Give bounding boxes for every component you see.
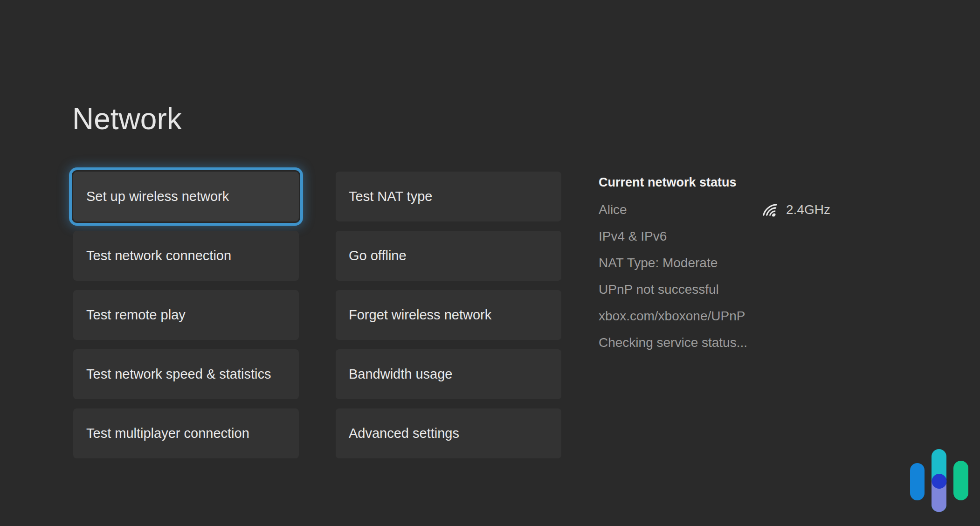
brand-logo: [907, 445, 972, 515]
status-panel-heading: Current network status: [599, 175, 737, 190]
button-label: Test multiplayer connection: [86, 426, 249, 441]
button-go-offline[interactable]: Go offline: [336, 231, 561, 281]
status-line-upnp-url: xbox.com/xboxone/UPnP: [599, 303, 860, 329]
network-settings-screen: Network Set up wireless network Test net…: [0, 0, 980, 526]
logo-center-dot: [932, 474, 947, 489]
button-label: Set up wireless network: [86, 189, 229, 204]
button-test-network-connection[interactable]: Test network connection: [73, 231, 299, 281]
logo-bar-left: [910, 463, 925, 500]
logo-bar-right: [953, 461, 968, 500]
button-test-multiplayer-connection[interactable]: Test multiplayer connection: [73, 408, 299, 458]
button-test-nat-type[interactable]: Test NAT type: [336, 172, 561, 221]
button-bandwidth-usage[interactable]: Bandwidth usage: [336, 349, 561, 399]
button-test-network-speed-statistics[interactable]: Test network speed & statistics: [73, 349, 299, 399]
wifi-band-group: 2.4GHz: [761, 196, 830, 223]
button-forget-wireless-network[interactable]: Forget wireless network: [336, 290, 561, 340]
status-line-service-status: Checking service status...: [599, 329, 860, 356]
button-label: Test NAT type: [349, 189, 432, 204]
wifi-signal-icon: [761, 201, 781, 218]
menu-column-primary: Set up wireless network Test network con…: [73, 172, 299, 458]
button-label: Advanced settings: [349, 426, 459, 441]
button-label: Test remote play: [86, 307, 186, 323]
menu-column-secondary: Test NAT type Go offline Forget wireless…: [336, 172, 561, 458]
button-test-remote-play[interactable]: Test remote play: [73, 290, 299, 340]
button-label: Forget wireless network: [349, 307, 491, 323]
button-advanced-settings[interactable]: Advanced settings: [336, 408, 561, 458]
status-line-nat-type: NAT Type: Moderate: [599, 249, 860, 276]
button-label: Test network speed & statistics: [86, 367, 271, 382]
button-label: Bandwidth usage: [349, 367, 453, 382]
page-title: Network: [72, 103, 182, 135]
network-name: Alice: [599, 202, 627, 217]
status-row-network-name: Alice 2.4GHz: [599, 196, 860, 223]
button-set-up-wireless-network[interactable]: Set up wireless network: [73, 172, 299, 221]
current-network-status-panel: Alice 2.4GHz IPv4 & IPv6 NAT Type: Moder…: [599, 196, 860, 356]
status-line-upnp: UPnP not successful: [599, 276, 860, 303]
button-label: Test network connection: [86, 248, 231, 263]
status-line-ip-protocol: IPv4 & IPv6: [599, 223, 860, 249]
button-label: Go offline: [349, 248, 407, 263]
wifi-band-label: 2.4GHz: [786, 202, 830, 217]
